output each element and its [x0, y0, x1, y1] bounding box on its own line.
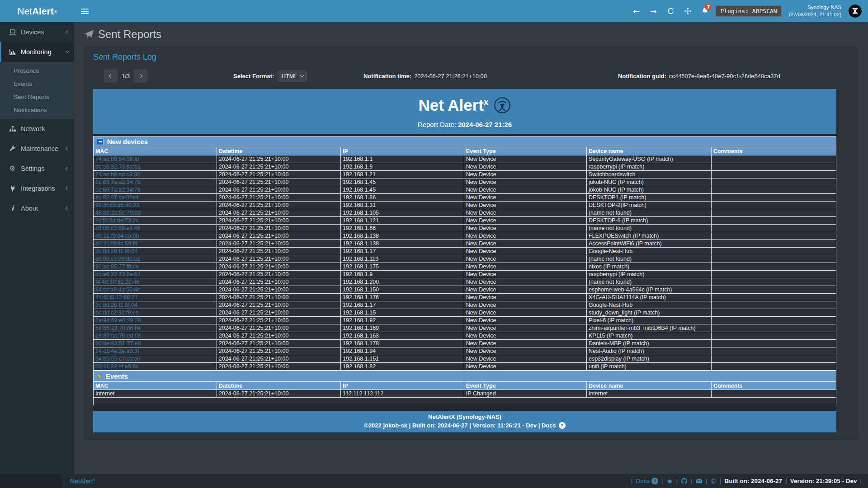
table-cell[interactable]: c0:06:c3:09:e4:46: [94, 225, 217, 232]
docs-link[interactable]: Docs ?: [636, 478, 658, 484]
sidebar-item-settings[interactable]: ⚙ Settings: [0, 159, 74, 178]
sidebar-item-presence[interactable]: Presence: [0, 64, 74, 77]
table-cell: New Device: [464, 225, 586, 232]
sidebar-toggle-icon[interactable]: [74, 0, 95, 22]
table-cell: New Device: [464, 155, 586, 163]
table-cell[interactable]: f4:4d:30:61:20:46: [94, 278, 217, 286]
table-cell[interactable]: 44:6f:f8:12:68:71: [94, 294, 217, 301]
col-header-datetime: Datetime: [217, 147, 340, 155]
sidebar-item-events[interactable]: Events: [0, 77, 74, 90]
table-cell: Internet: [586, 390, 711, 398]
table-cell[interactable]: 1c:69:7a:a2:34:7b: [94, 186, 217, 194]
next-page-button[interactable]: [134, 69, 147, 83]
table-header-row: MAC Datetime IP Event Type Device name C…: [94, 147, 836, 155]
sidebar-item-notifications[interactable]: Notifications: [0, 103, 74, 117]
table-cell: 192.168.1.45: [341, 186, 464, 194]
table-cell: 2024-06-27 21:25:21+10:00: [217, 324, 340, 332]
report-date-value: 2024-06-27 21:26: [458, 121, 512, 128]
table-cell: DESKTOP1 (IP match): [586, 194, 711, 202]
table-cell: New Device: [464, 240, 586, 248]
notification-guid-label: Notification guid:: [618, 73, 666, 80]
table-cell[interactable]: ac:82:47:ca:0f:e4: [94, 194, 217, 202]
forward-icon[interactable]: →: [647, 5, 660, 18]
bug-report-icon[interactable]: [666, 478, 673, 484]
table-cell[interactable]: 74:ac:b9:ad:c3:30: [94, 171, 217, 178]
email-icon[interactable]: [696, 478, 703, 484]
sidebar-item-sent-reports[interactable]: Sent Reports: [0, 90, 74, 103]
table-cell[interactable]: b0:be:83:51:77:e8: [94, 340, 217, 347]
gear-icon: ⚙: [9, 164, 16, 173]
prev-page-button[interactable]: [104, 69, 118, 83]
table-cell[interactable]: 3c:8d:20:f1:9f:04: [94, 248, 217, 255]
back-icon[interactable]: ←: [630, 5, 642, 18]
format-select[interactable]: HTML: [278, 70, 307, 82]
table-cell[interactable]: bc:dd:c2:32:f9:ee: [94, 309, 217, 317]
col-header-comments: Comments: [711, 382, 836, 390]
report-footer-meta: ©2022 jokob-sk | Built on: 2024-06-27 | …: [93, 422, 836, 429]
separator: |: [676, 478, 678, 484]
table-cell: (name not found): [586, 209, 711, 217]
table-row: b0:be:83:51:77:e82024-06-27 21:25:21+10:…: [94, 340, 836, 347]
move-icon[interactable]: [681, 5, 694, 18]
table-cell[interactable]: 00:11:32:ef:a5:6c: [94, 363, 217, 371]
statusbar-brand[interactable]: NetAlertx: [70, 477, 95, 485]
table-cell: 2024-06-27 21:25:21+10:00: [217, 194, 340, 202]
table-cell[interactable]: 48:b0:2d:5c:79:0d: [94, 209, 217, 217]
chevron-down-icon: [300, 74, 304, 78]
table-cell[interactable]: 14:c1:4e:2e:a3:3f: [94, 347, 217, 355]
notification-time-label: Notification time:: [363, 73, 411, 80]
table-cell[interactable]: 1c:69:7a:a2:34:7b: [94, 178, 217, 186]
table-cell: [711, 225, 836, 232]
table-cell[interactable]: d0:21:f9:8c:59:f9: [94, 240, 217, 248]
top-navbar: NetAlertx ← → 7 Plugins: ARPSCAN Synolog…: [0, 0, 868, 22]
table-cell: New Device: [464, 324, 586, 332]
table-cell: Switchboardswitch: [586, 171, 711, 178]
table-cell[interactable]: 3a:9d:69:e0:29:28: [94, 317, 217, 324]
table-row: 00:11:32:ef:a5:6c2024-06-27 21:25:21+10:…: [94, 363, 836, 371]
table-cell[interactable]: 98:5f:d3:d5:40:33: [94, 202, 217, 209]
table-cell[interactable]: 58:b6:23:70:d6:b4: [94, 324, 217, 332]
table-cell[interactable]: d0:21:f9:b4:ca:0b: [94, 232, 217, 240]
table-cell[interactable]: 84:cc:a8:4a:56:4c: [94, 286, 217, 294]
table-cell: [711, 240, 836, 248]
table-row: 1c:69:7a:a2:34:7b2024-06-27 21:25:21+10:…: [94, 178, 836, 186]
chevron-left-icon: [66, 147, 70, 151]
user-avatar[interactable]: [849, 5, 862, 18]
copyright-icon[interactable]: ©: [710, 478, 717, 485]
table-cell[interactable]: 2c:f0:5d:9e:73:2c: [94, 217, 217, 225]
table-cell: 2024-06-27 21:25:21+10:00: [217, 363, 340, 371]
sidebar-item-network[interactable]: Network: [0, 119, 74, 139]
sidebar-item-maintenance[interactable]: Maintenance: [0, 139, 74, 159]
app-logo[interactable]: NetAlertx: [0, 0, 74, 22]
notification-count-badge[interactable]: 7: [705, 4, 712, 10]
host-name: Synology-NAS: [789, 4, 841, 11]
table-cell[interactable]: dc:a6:32:73:8a:b1: [94, 271, 217, 278]
table-cell[interactable]: 3c:8d:20:f1:9f:04: [94, 301, 217, 309]
table-cell: Google-Nest-Hub: [586, 248, 711, 255]
table-cell: [711, 232, 836, 240]
table-cell: [711, 347, 836, 355]
col-header-mac: MAC: [94, 382, 217, 390]
table-cell[interactable]: dc:a6:32:73:8a:b1: [94, 163, 217, 171]
table-cell: zhimi-airpurifier-mb3_mibtD6B4 (IP match…: [586, 324, 711, 332]
table-cell[interactable]: 92:ac:85:77:fd:ca: [94, 263, 217, 271]
table-cell: 192.168.1.175: [341, 263, 464, 271]
sidebar-item-about[interactable]: i About: [0, 198, 74, 218]
github-icon[interactable]: [681, 478, 688, 484]
table-cell: [711, 202, 836, 209]
col-header-comments: Comments: [711, 147, 836, 155]
table-cell: 192.168.1.9: [341, 271, 464, 278]
statusbar-left-block: [0, 474, 62, 488]
chevron-down-icon: [66, 49, 70, 53]
table-cell: New Device: [464, 263, 586, 271]
notifications-bell-icon[interactable]: 7: [698, 5, 711, 18]
sidebar-item-monitoring[interactable]: Monitoring: [0, 42, 74, 62]
sidebar-item-devices[interactable]: Devices: [0, 22, 74, 42]
refresh-icon[interactable]: [664, 5, 677, 18]
table-cell[interactable]: 94:b5:55:c7:cb:e0: [94, 355, 217, 363]
report-brand-sup: x: [484, 97, 489, 107]
sidebar-item-integrations[interactable]: Integrations: [0, 178, 74, 198]
table-cell[interactable]: 74:ac:b9:54:09:fb: [94, 155, 217, 163]
table-cell[interactable]: c0:06:c3:09:de:e2: [94, 255, 217, 263]
table-cell[interactable]: 28:87:ba:76:ed:03: [94, 332, 217, 340]
